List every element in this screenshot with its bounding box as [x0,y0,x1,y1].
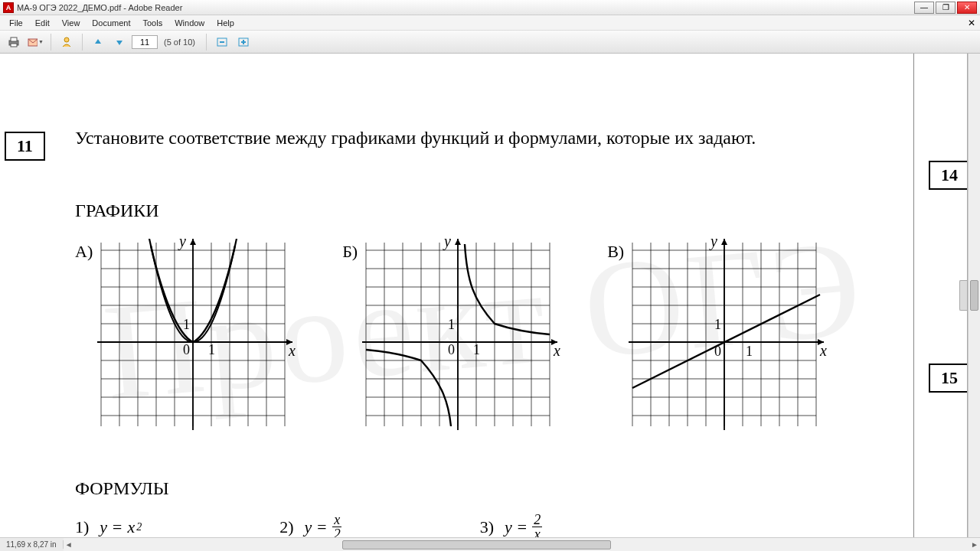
close-button[interactable]: ✕ [957,2,977,14]
svg-text:x: x [819,342,827,359]
hscroll-right-icon[interactable]: ► [969,540,980,549]
titlebar: A МА-9 ОГЭ 2022_ДЕМО.pdf - Adobe Reader … [0,0,980,15]
problem-14-box: 14 [929,161,968,190]
graphs-section-title: ГРАФИКИ [75,201,159,221]
menu-document[interactable]: Document [86,17,136,29]
horizontal-scrollbar[interactable]: ◄ ► [64,538,980,551]
graph-b-svg: 0 1 1 x y [362,239,561,430]
svg-text:0: 0 [448,342,455,357]
page-dimensions: 11,69 x 8,27 in [0,540,64,549]
svg-text:y: y [709,239,717,250]
vertical-scrollbar[interactable] [968,54,980,537]
graph-b: Б) 0 1 1 [342,239,561,430]
zoom-in-button[interactable] [234,33,253,51]
menu-tools[interactable]: Tools [137,17,169,29]
menu-window[interactable]: Window [168,17,211,29]
menu-edit[interactable]: Edit [29,17,56,29]
graph-a-label: А) [75,242,93,262]
problem-number-box: 11 [5,132,45,161]
menu-close-doc[interactable]: ✕ [968,18,975,28]
app-icon: A [3,2,14,13]
svg-text:x: x [288,342,296,359]
mail-button[interactable]: ▼ [26,33,44,51]
side-panel-handle[interactable] [959,280,967,311]
formula-2: 2) y = x 2 [279,513,341,537]
collab-button[interactable] [57,33,76,51]
page-down-button[interactable] [110,33,129,51]
svg-rect-1 [11,37,17,41]
print-button[interactable] [5,33,23,51]
maximize-button[interactable]: ❐ [936,2,956,14]
graph-c-label: В) [607,242,624,262]
graph-a-svg: 0 1 1 x y [97,239,296,430]
svg-rect-2 [11,44,17,47]
graph-c: В) 0 1 1 [607,239,828,430]
svg-line-94 [632,295,820,388]
formulas-row: 1) y = x2 2) y = x 2 [75,513,542,537]
graphs-row: А) [75,239,828,430]
horizontal-scroll-thumb[interactable] [342,540,611,549]
svg-text:1: 1 [473,342,480,357]
vertical-scroll-thumb[interactable] [970,280,978,311]
dropdown-icon: ▼ [38,39,44,44]
page-count-label: (5 of 10) [164,37,195,47]
formula-1-num: 1) [75,517,89,537]
zoom-out-button[interactable] [213,33,231,51]
menu-help[interactable]: Help [211,17,240,29]
window-title: МА-9 ОГЭ 2022_ДЕМО.pdf - Adobe Reader [17,3,914,12]
menu-view[interactable]: View [56,17,87,29]
page-number-input[interactable] [132,35,158,49]
menubar: File Edit View Document Tools Window Hel… [0,15,980,31]
svg-text:1: 1 [746,344,753,359]
formulas-section-title: ФОРМУЛЫ [75,478,169,499]
formula-3-num: 3) [480,517,494,537]
menu-file[interactable]: File [3,17,29,29]
problem-text: Установите соответствие между графиками … [75,126,795,150]
toolbar: ▼ (5 of 10) [0,31,980,54]
page-up-button[interactable] [89,33,107,51]
graph-c-svg: 0 1 1 x y [629,239,828,430]
svg-text:1: 1 [208,342,215,357]
svg-text:y: y [178,239,186,250]
formula-3: 3) y = 2 x [480,513,542,537]
formula-2-num: 2) [279,517,293,537]
svg-point-4 [64,37,69,42]
statusbar: 11,69 x 8,27 in ◄ ► [0,537,980,551]
formula-1: 1) y = x2 [75,513,142,537]
svg-text:1: 1 [448,317,455,332]
problem-15-box: 15 [929,364,968,393]
svg-text:1: 1 [183,317,190,332]
document-area: Проект ОГЭ 11 Установите соответствие ме… [0,54,980,537]
graph-a: А) [75,239,296,430]
graph-b-label: Б) [342,242,358,262]
page-content: Проект ОГЭ 11 Установите соответствие ме… [0,54,967,537]
minimize-button[interactable]: — [914,2,934,14]
svg-text:y: y [443,239,451,250]
hscroll-left-icon[interactable]: ◄ [64,540,74,549]
svg-text:0: 0 [183,342,190,357]
svg-text:1: 1 [714,317,721,332]
svg-text:x: x [553,342,560,359]
page-canvas[interactable]: Проект ОГЭ 11 Установите соответствие ме… [0,54,968,537]
